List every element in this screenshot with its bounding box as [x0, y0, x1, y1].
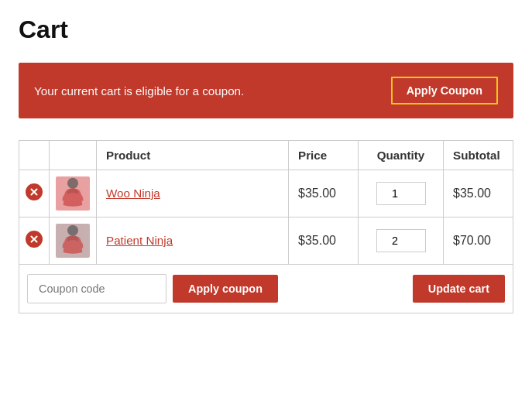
- header-product: Product: [97, 141, 289, 170]
- header-thumbnail: [50, 141, 97, 170]
- apply-coupon-banner-button[interactable]: Apply Coupon: [391, 77, 498, 104]
- quantity-input[interactable]: [376, 182, 426, 205]
- product-thumbnail: [56, 176, 90, 211]
- coupon-banner-message: Your current cart is eligible for a coup…: [34, 84, 244, 98]
- svg-point-0: [67, 178, 78, 189]
- product-subtotal: $35.00: [444, 170, 513, 217]
- header-quantity: Quantity: [359, 141, 444, 170]
- header-price: Price: [289, 141, 359, 170]
- header-remove: [19, 141, 50, 170]
- product-thumbnail: [56, 224, 90, 258]
- header-subtotal: Subtotal: [444, 141, 513, 170]
- svg-point-1: [67, 225, 78, 236]
- coupon-code-input[interactable]: [27, 274, 166, 303]
- cart-table: Product Price Quantity Subtotal Woo Ninj…: [19, 140, 513, 265]
- table-row: Woo Ninja$35.00$35.00: [19, 170, 513, 217]
- table-row: Patient Ninja$35.00$70.00: [19, 217, 513, 265]
- page-title: Cart: [19, 15, 513, 44]
- remove-item-button[interactable]: [26, 231, 43, 248]
- product-price: $35.00: [289, 217, 359, 265]
- apply-coupon-action-button[interactable]: Apply coupon: [173, 275, 278, 303]
- product-subtotal: $70.00: [444, 217, 513, 265]
- product-link[interactable]: Patient Ninja: [106, 234, 173, 247]
- cart-actions: Apply coupon Update cart: [19, 265, 513, 313]
- coupon-banner: Your current cart is eligible for a coup…: [19, 63, 513, 118]
- product-link[interactable]: Woo Ninja: [106, 187, 160, 200]
- remove-item-button[interactable]: [26, 183, 43, 200]
- product-price: $35.00: [289, 170, 359, 217]
- update-cart-button[interactable]: Update cart: [413, 275, 505, 303]
- quantity-input[interactable]: [376, 229, 426, 252]
